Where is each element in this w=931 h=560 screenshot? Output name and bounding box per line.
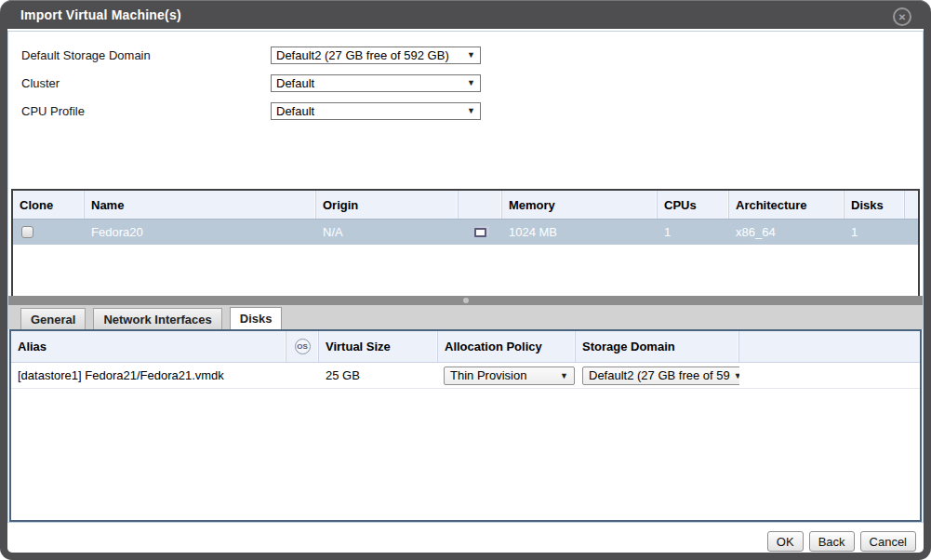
dialog-title: Import Virtual Machine(s) [20, 7, 181, 22]
vm-name-cell: Fedora20 [85, 220, 316, 245]
import-vm-dialog: Import Virtual Machine(s) ✕ Default Stor… [0, 0, 931, 560]
column-header-clone: Clone [13, 191, 85, 219]
column-header-name: Name [85, 191, 316, 219]
cpu-profile-select[interactable]: Default ▼ [271, 102, 481, 120]
storage-domain-label: Default Storage Domain [21, 48, 271, 62]
dialog-body: Default Storage Domain Default2 (27 GB f… [7, 29, 924, 553]
cancel-button[interactable]: Cancel [860, 531, 916, 552]
form-row-storage-domain: Default Storage Domain Default2 (27 GB f… [21, 41, 923, 69]
dialog-footer: OK Back Cancel [7, 523, 924, 553]
vm-monitor-icon [474, 228, 486, 237]
column-header-vm-icon [459, 191, 502, 219]
chevron-down-icon: ▼ [467, 78, 475, 87]
cluster-value: Default [276, 76, 314, 90]
splitter-handle[interactable] [8, 296, 923, 305]
storage-domain-select[interactable]: Default2 (27 GB free of 592 GB) ▼ [271, 47, 481, 64]
disk-row[interactable]: [datastore1] Fedora21/Fedora21.vmdk 25 G… [11, 363, 920, 389]
disk-storage-domain-value: Default2 (27 GB free of 59 [589, 368, 730, 382]
close-icon[interactable]: ✕ [893, 7, 911, 26]
tab-disks[interactable]: Disks [230, 307, 283, 329]
content-panel: Default Storage Domain Default2 (27 GB f… [7, 31, 924, 523]
vm-architecture-cell: x86_64 [729, 220, 845, 245]
disk-allocation-cell: Thin Provision ▼ [438, 367, 576, 385]
form-row-cluster: Cluster Default ▼ [21, 69, 923, 97]
chevron-down-icon: ▼ [467, 106, 475, 115]
disk-virtual-size-cell: 25 GB [319, 368, 438, 382]
ok-button[interactable]: OK [767, 531, 804, 552]
vm-table-row-fedora20[interactable]: Fedora20 N/A 1024 MB 1 x86_64 1 [13, 220, 918, 245]
allocation-policy-select[interactable]: Thin Provision ▼ [444, 367, 575, 385]
disks-panel: Alias OS Virtual Size Allocation Policy … [9, 329, 922, 522]
form-row-cpu-profile: CPU Profile Default ▼ [21, 97, 923, 125]
vm-table-header: Clone Name Origin Memory CPUs Architectu… [13, 191, 918, 220]
cpu-profile-label: CPU Profile [21, 104, 271, 118]
column-header-tail [739, 331, 920, 362]
disks-table-header: Alias OS Virtual Size Allocation Policy … [11, 331, 920, 363]
column-header-gutter [905, 191, 918, 219]
allocation-policy-value: Thin Provision [450, 368, 526, 382]
column-header-architecture: Architecture [729, 191, 845, 219]
os-icon: OS [295, 339, 311, 354]
detail-tabbar: General Network Interfaces Disks [8, 305, 923, 329]
cluster-select[interactable]: Default ▼ [271, 74, 481, 92]
clone-checkbox[interactable] [21, 226, 33, 238]
chevron-down-icon: ▼ [734, 371, 739, 380]
vm-gutter-cell [905, 220, 918, 245]
column-header-os: OS [286, 331, 319, 362]
vm-origin-cell: N/A [316, 220, 459, 245]
disk-alias-cell: [datastore1] Fedora21/Fedora21.vmdk [11, 368, 286, 382]
disk-storage-domain-cell: Default2 (27 GB free of 59 ▼ [576, 367, 739, 385]
vm-cpus-cell: 1 [658, 220, 729, 245]
storage-domain-value: Default2 (27 GB free of 592 GB) [276, 48, 449, 62]
column-header-allocation-policy: Allocation Policy [438, 331, 576, 362]
column-header-cpus: CPUs [658, 191, 729, 219]
column-header-memory: Memory [502, 191, 658, 219]
cpu-profile-value: Default [276, 104, 314, 118]
dialog-titlebar: Import Virtual Machine(s) ✕ [0, 0, 931, 29]
chevron-down-icon: ▼ [467, 50, 475, 60]
tab-general[interactable]: General [20, 308, 86, 329]
column-header-virtual-size: Virtual Size [319, 331, 438, 362]
clone-cell [13, 220, 85, 245]
vm-disks-cell: 1 [845, 220, 905, 245]
splitter-grip-icon [463, 298, 469, 303]
cluster-label: Cluster [21, 76, 271, 90]
back-button[interactable]: Back [809, 531, 855, 552]
import-options-form: Default Storage Domain Default2 (27 GB f… [8, 32, 923, 125]
tab-network-interfaces[interactable]: Network Interfaces [93, 308, 221, 329]
vm-memory-cell: 1024 MB [502, 220, 658, 245]
column-header-storage-domain: Storage Domain [576, 331, 739, 362]
column-header-disks: Disks [845, 191, 905, 219]
chevron-down-icon: ▼ [560, 371, 568, 380]
footer-buttons: OK Back Cancel [767, 531, 916, 552]
vm-table: Clone Name Origin Memory CPUs Architectu… [11, 189, 920, 296]
column-header-origin: Origin [316, 191, 459, 219]
disk-storage-domain-select[interactable]: Default2 (27 GB free of 59 ▼ [582, 367, 739, 385]
vm-icon-cell [459, 220, 502, 245]
column-header-alias: Alias [11, 331, 286, 362]
